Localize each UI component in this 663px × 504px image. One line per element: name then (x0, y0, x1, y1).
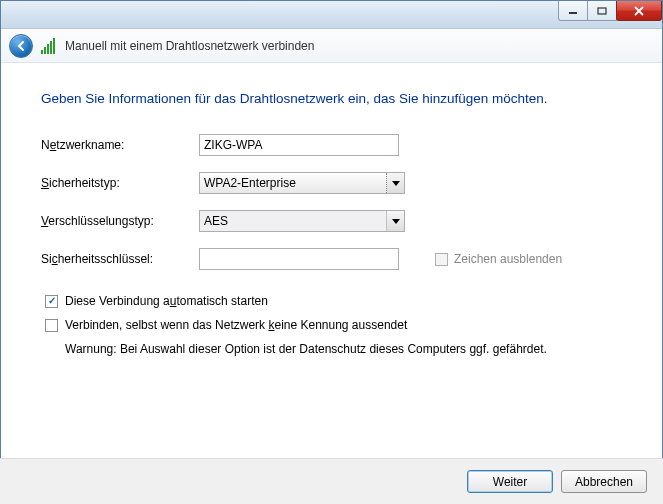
row-encryption-type: Verschlüsselungstyp: AES (41, 210, 622, 232)
encryption-type-value: AES (200, 214, 386, 228)
hide-chars-checkbox (435, 253, 448, 266)
row-security-key: Sicherheitsschlüssel: Zeichen ausblenden (41, 248, 622, 270)
security-type-value: WPA2-Enterprise (200, 176, 386, 190)
hide-characters-option: Zeichen ausblenden (435, 252, 562, 266)
instruction-text: Geben Sie Informationen für das Drahtlos… (41, 91, 622, 106)
security-type-select[interactable]: WPA2-Enterprise (199, 172, 405, 194)
cancel-button[interactable]: Abbrechen (561, 470, 647, 493)
dropdown-arrow-icon (386, 173, 404, 193)
security-key-input[interactable] (199, 248, 399, 270)
label-security-type: Sicherheitstyp: (41, 176, 199, 190)
warning-text: Warnung: Bei Auswahl dieser Option ist d… (65, 342, 622, 356)
svg-rect-1 (598, 8, 606, 14)
label-security-key: Sicherheitsschlüssel: (41, 252, 199, 266)
wizard-title: Manuell mit einem Drahtlosnetzwerk verbi… (65, 39, 314, 53)
row-security-type: Sicherheitstyp: WPA2-Enterprise (41, 172, 622, 194)
content-area: Geben Sie Informationen für das Drahtlos… (1, 63, 662, 376)
encryption-type-select[interactable]: AES (199, 210, 405, 232)
row-auto-start: Diese Verbindung automatisch starten (45, 294, 622, 308)
row-connect-hidden: Verbinden, selbst wenn das Netzwerk kein… (45, 318, 622, 332)
window-buttons (558, 1, 662, 21)
network-name-input[interactable] (199, 134, 399, 156)
auto-start-checkbox[interactable] (45, 295, 58, 308)
close-button[interactable] (616, 1, 662, 21)
hide-chars-label: Zeichen ausblenden (454, 252, 562, 266)
label-encryption-type: Verschlüsselungstyp: (41, 214, 199, 228)
footer: Weiter Abbrechen (0, 458, 663, 504)
row-network-name: Netzwerkname: (41, 134, 622, 156)
titlebar (1, 1, 662, 29)
connect-hidden-checkbox[interactable] (45, 319, 58, 332)
maximize-button[interactable] (587, 1, 617, 21)
wizard-header: Manuell mit einem Drahtlosnetzwerk verbi… (1, 29, 662, 63)
back-button[interactable] (9, 34, 33, 58)
wifi-icon (41, 38, 57, 54)
connect-hidden-label: Verbinden, selbst wenn das Netzwerk kein… (65, 318, 407, 332)
label-network-name: Netzwerkname: (41, 138, 199, 152)
auto-start-label: Diese Verbindung automatisch starten (65, 294, 268, 308)
svg-rect-0 (569, 12, 577, 14)
next-button[interactable]: Weiter (467, 470, 553, 493)
minimize-button[interactable] (558, 1, 588, 21)
dropdown-arrow-icon (386, 211, 404, 231)
